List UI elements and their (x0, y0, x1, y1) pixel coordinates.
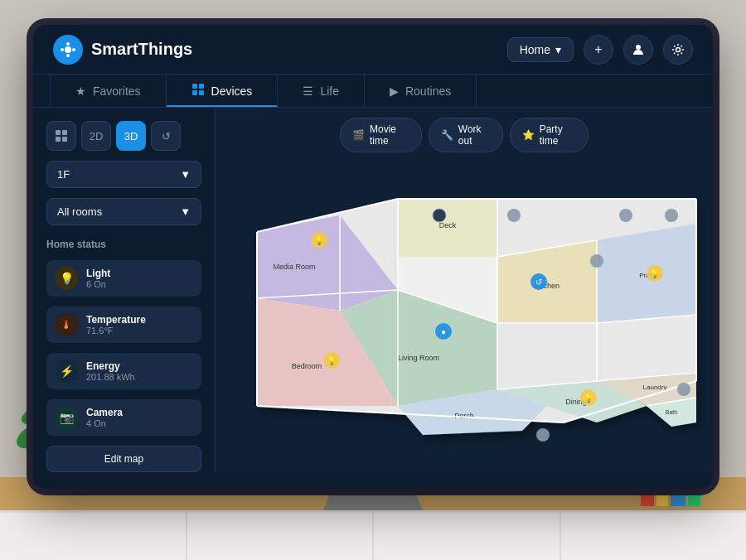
2d-view-button[interactable]: 2D (81, 121, 111, 151)
svg-point-20 (72, 48, 75, 51)
room-selector[interactable]: All rooms ▼ (46, 198, 201, 225)
temperature-info: Temperature 71.6°F (86, 314, 146, 336)
tab-routines[interactable]: ▶ Routines (365, 75, 477, 107)
device-pin-7[interactable]: 💡 (647, 265, 663, 282)
light-icon: 💡 (55, 267, 78, 290)
svg-point-89 (619, 209, 632, 222)
svg-text:💡: 💡 (327, 355, 337, 366)
gear-icon (671, 43, 685, 56)
settings-button[interactable] (663, 35, 693, 65)
device-pin-13[interactable] (665, 209, 678, 222)
map-area: 🎬 Movie time 🔧 Work out ⭐ Party time (216, 108, 713, 472)
energy-value: 201.88 kWh (86, 372, 135, 382)
home-selector[interactable]: Home ▾ (507, 37, 574, 62)
light-name: Light (86, 268, 110, 279)
floor-value: 1F (57, 168, 70, 181)
grid-view-button[interactable] (46, 121, 76, 151)
profile-button[interactable] (623, 35, 653, 65)
svg-rect-26 (199, 90, 204, 95)
tab-devices[interactable]: Devices (167, 75, 279, 107)
home-label: Home (520, 43, 550, 56)
nav-tabs: ★ Favorites Devices ☰ Life (33, 75, 713, 108)
device-pin-3[interactable]: 💡 (323, 352, 340, 369)
devices-label: Devices (211, 84, 253, 98)
room-value: All rooms (57, 205, 102, 218)
party-time-button[interactable]: ⭐ Party time (510, 118, 589, 152)
routines-icon: ▶ (390, 84, 399, 98)
sidebar: 2D 3D ↺ 1F ▼ All rooms ▼ (33, 108, 216, 472)
header-right: Home ▾ + (507, 35, 693, 65)
energy-name: Energy (86, 360, 135, 372)
status-temperature[interactable]: 🌡 Temperature 71.6°F (46, 307, 201, 343)
tab-favorites[interactable]: ★ Favorites (50, 75, 167, 107)
devices-icon (191, 83, 205, 99)
room-arrow-icon: ▼ (180, 205, 191, 218)
routines-label: Routines (405, 84, 451, 98)
svg-text:Living Room: Living Room (398, 354, 439, 362)
movie-label: Movie time (370, 123, 409, 147)
status-light[interactable]: 💡 Light 6 On (46, 260, 201, 297)
add-button[interactable]: + (584, 35, 613, 65)
energy-icon: ⚡ (55, 360, 78, 383)
main-content: 2D 3D ↺ 1F ▼ All rooms ▼ (33, 108, 713, 472)
svg-point-87 (433, 209, 446, 222)
tab-life[interactable]: ☰ Life (278, 75, 365, 107)
device-pin-12[interactable] (619, 209, 632, 222)
device-pin-2[interactable]: ● (435, 323, 452, 340)
svg-text:💡: 💡 (314, 235, 325, 246)
workout-icon: 🔧 (441, 129, 453, 141)
svg-point-88 (590, 254, 603, 268)
device-pin-8[interactable]: 💡 (580, 389, 597, 406)
svg-text:Bedroom: Bedroom (292, 362, 322, 370)
camera-info: Camera 4 On (86, 407, 123, 428)
edit-map-button[interactable]: Edit map (46, 446, 201, 472)
person-icon (632, 43, 645, 56)
device-pin-10[interactable] (433, 209, 446, 222)
workout-button[interactable]: 🔧 Work out (429, 118, 503, 152)
svg-rect-24 (199, 84, 204, 89)
svg-rect-27 (56, 130, 61, 135)
app-logo-icon (53, 35, 83, 65)
life-icon: ☰ (303, 84, 313, 98)
svg-text:Media Room: Media Room (273, 263, 315, 271)
device-pin-11[interactable] (590, 254, 603, 268)
svg-point-90 (665, 209, 678, 222)
svg-rect-25 (192, 90, 197, 95)
2d-label: 2D (90, 130, 104, 142)
svg-point-19 (61, 48, 64, 51)
device-pin-15[interactable] (536, 428, 550, 442)
energy-info: Energy 201.88 kWh (86, 360, 135, 382)
floor-selector[interactable]: 1F ▼ (46, 161, 201, 188)
logo-area: SmartThings (53, 35, 507, 65)
3d-view-button[interactable]: 3D (116, 121, 146, 151)
device-pin-1[interactable]: 💡 (311, 232, 327, 249)
svg-point-91 (507, 209, 521, 222)
svg-rect-28 (62, 130, 67, 135)
svg-text:↺: ↺ (535, 278, 542, 287)
status-camera[interactable]: 📷 Camera 4 On (46, 399, 201, 436)
3d-label: 3D (124, 130, 138, 142)
party-icon: ⭐ (522, 129, 535, 141)
temperature-value: 71.6°F (86, 326, 146, 336)
svg-text:💡: 💡 (650, 268, 661, 279)
svg-point-17 (66, 42, 70, 46)
svg-text:Bath: Bath (666, 409, 678, 415)
device-pin-6[interactable]: ↺ (530, 273, 547, 290)
camera-name: Camera (86, 407, 123, 418)
svg-point-22 (676, 47, 681, 51)
device-pin-9[interactable] (677, 383, 690, 396)
svg-point-18 (66, 54, 70, 57)
temperature-name: Temperature (86, 314, 146, 326)
camera-icon: 📷 (55, 406, 78, 429)
temperature-icon: 🌡 (55, 313, 78, 336)
device-pin-14[interactable] (507, 209, 521, 222)
history-view-button[interactable]: ↺ (151, 121, 181, 151)
status-energy[interactable]: ⚡ Energy 201.88 kWh (46, 353, 201, 389)
camera-value: 4 On (86, 418, 123, 428)
svg-text:Porch: Porch (454, 412, 474, 420)
movie-icon: 🎬 (352, 129, 365, 141)
floor-plan-container: Media Room Living Room Bedroom Porch (224, 149, 705, 464)
movie-time-button[interactable]: 🎬 Movie time (340, 118, 422, 152)
workout-label: Work out (458, 123, 491, 147)
svg-text:●: ● (441, 327, 446, 336)
